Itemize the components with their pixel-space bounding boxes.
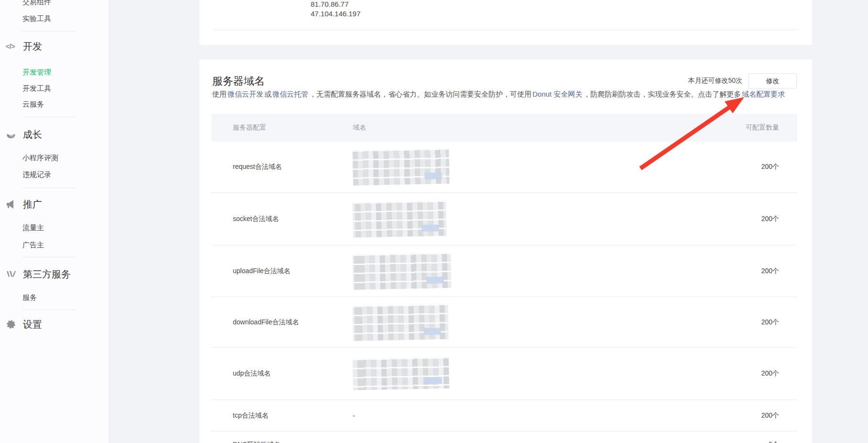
sidebar-item-label: 成长 (23, 128, 42, 141)
link-wechat-cloud-hosting[interactable]: 微信云托管 (272, 90, 308, 98)
sidebar: 交易组件实验工具</>开发开发管理开发工具云服务成长小程序评测违规记录推广流量主… (0, 0, 109, 443)
ip-card: 81.70.86.77 47.104.146.197 (199, 0, 812, 45)
table-row: DNS预解析域名5个 (211, 432, 797, 443)
configurable-count: 200个 (761, 163, 779, 171)
server-config-label: uploadFile合法域名 (233, 267, 291, 276)
column-header-domain: 域名 (353, 123, 366, 132)
server-config-label: tcp合法域名 (233, 411, 269, 420)
table-row: socket合法域名200个 (211, 193, 797, 245)
masked-domain-blur (352, 148, 449, 186)
sidebar-item-label: 违规记录 (22, 170, 51, 179)
server-config-label: request合法域名 (233, 163, 282, 171)
sidebar-item-label: 开发工具 (22, 84, 51, 93)
configurable-count: 200个 (761, 369, 779, 378)
ip-address: 81.70.86.77 (311, 0, 348, 8)
server-config-label: DNS预解析域名 (233, 441, 281, 443)
configurable-count: 200个 (761, 215, 779, 223)
gear-icon (6, 319, 16, 330)
masked-domain-blur (352, 200, 446, 238)
column-header-configurable-count: 可配置数量 (746, 123, 779, 132)
ip-address: 47.104.146.197 (311, 10, 360, 18)
sidebar-divider (22, 31, 75, 32)
server-domain-card: 服务器域名 使用微信云开发或微信云托管，无需配置服务器域名，省心省力。如业务访问… (199, 59, 812, 443)
description-text: 或 (264, 90, 271, 98)
sidebar-item-label: 服务 (22, 293, 37, 302)
megaphone-icon (6, 199, 16, 210)
divider (214, 30, 798, 30)
sidebar-item-label: 推广 (23, 198, 42, 210)
sidebar-item-label: 设置 (23, 318, 42, 331)
sidebar-item-label: 广告主 (22, 240, 44, 250)
sidebar-divider (22, 188, 75, 188)
sidebar-item-label: 小程序评测 (22, 153, 58, 163)
sprout-icon (6, 129, 16, 140)
domain-value: - (353, 412, 355, 420)
table-row: uploadFile合法域名200个 (211, 245, 797, 297)
configurable-count: 200个 (761, 411, 779, 420)
sidebar-divider (22, 117, 75, 117)
configurable-count: 200个 (761, 318, 779, 327)
modify-quota-note: 本月还可修改50次 (688, 77, 742, 85)
server-config-label: downloadFile合法域名 (233, 318, 299, 327)
sidebar-item-label: 交易组件 (22, 0, 51, 7)
masked-domain-blur (352, 357, 449, 390)
sidebar-item-label: 第三方服务 (23, 268, 71, 280)
code-icon: </> (6, 41, 16, 52)
sidebar-item-label: 流量主 (22, 223, 44, 233)
description-text: ，无需配置服务器域名，省心省力。如业务访问需要安全防护，可使用 (309, 90, 532, 98)
configurable-count: 5个 (769, 441, 779, 443)
description-text: 使用 (212, 90, 227, 98)
server-config-label: udp合法域名 (233, 369, 271, 378)
table-row: tcp合法域名-200个 (211, 400, 797, 432)
link-domain-config-requirements[interactable]: 域名配置要求 (742, 90, 785, 98)
sidebar-item-label: 实验工具 (22, 14, 51, 23)
configurable-count: 200个 (761, 267, 779, 276)
modify-button[interactable]: 修改 (749, 73, 797, 89)
sidebar-item-label: 云服务 (22, 100, 44, 109)
server-config-label: socket合法域名 (233, 215, 279, 223)
sidebar-item-label: 开发管理 (22, 67, 51, 77)
link-wechat-cloud-dev[interactable]: 微信云开发 (228, 90, 263, 98)
sidebar-item-label: 开发 (23, 40, 42, 53)
page-title: 服务器域名 (212, 74, 265, 89)
sidebar-divider (22, 257, 75, 257)
description-text: ，防爬防刷防攻击，实现业务安全。点击了解更多 (583, 90, 741, 98)
table-row: request合法域名200个 (211, 142, 797, 193)
masked-domain-blur (352, 253, 451, 290)
link-donut-gateway[interactable]: Donut 安全网关 (532, 90, 582, 98)
description: 使用微信云开发或微信云托管，无需配置服务器域名，省心省力。如业务访问需要安全防护… (212, 89, 786, 99)
header-actions: 本月还可修改50次 修改 (688, 73, 797, 89)
table-row: udp合法域名200个 (211, 348, 797, 400)
third-party-icon (6, 269, 16, 279)
column-header-server-config: 服务器配置 (233, 123, 266, 132)
table-row: downloadFile合法域名200个 (211, 297, 797, 348)
table-header: 服务器配置 域名 可配置数量 (211, 114, 797, 142)
page: { "colors": { "accent_green": "#07c160",… (0, 0, 868, 443)
table-body: request合法域名200个socket合法域名200个uploadFile合… (211, 142, 797, 443)
sidebar-divider (22, 310, 75, 310)
masked-domain-blur (352, 304, 448, 341)
